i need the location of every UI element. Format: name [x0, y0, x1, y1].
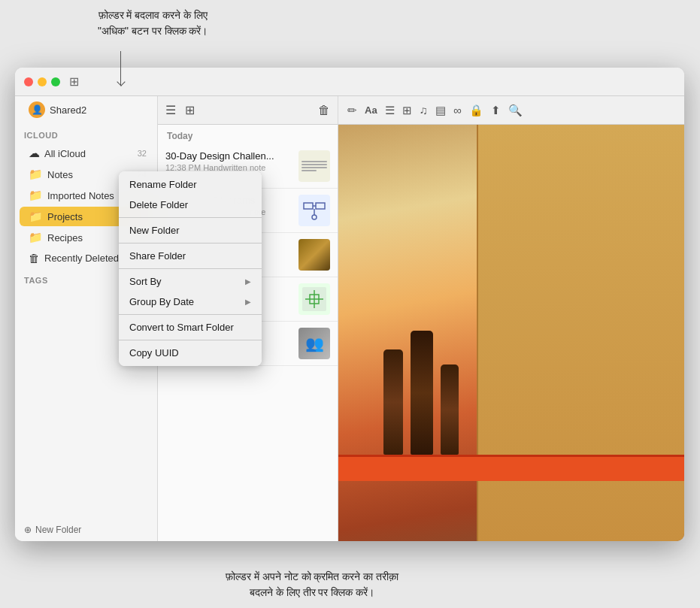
- menu-separator-4: [119, 314, 262, 315]
- menu-item-rename-folder[interactable]: Rename Folder: [119, 174, 262, 195]
- grid-view-icon[interactable]: ⊞: [185, 103, 195, 117]
- sidebar-recipes-label: Recipes: [47, 232, 83, 244]
- bottles-group: [383, 331, 459, 455]
- menu-item-group-by-date[interactable]: Group By Date ▶: [119, 292, 262, 312]
- note-thumb-3: [298, 239, 330, 271]
- bottle-2: [411, 331, 433, 455]
- detail-toolbar: ✏ Aa ☰ ⊞ ♫ ▤ ∞ 🔒 ⬆ 🔍: [338, 96, 684, 125]
- content-area: 👤 Shared 2 iCloud ☁ All iCloud 32 📁 Note…: [15, 96, 684, 541]
- note-thumb-4: [298, 283, 330, 315]
- bottle-3: [441, 364, 459, 455]
- sidebar-recently-deleted-label: Recently Deleted: [44, 253, 119, 264]
- context-menu: Rename Folder Delete Folder New Folder S…: [119, 171, 262, 366]
- sidebar-projects-label: Projects: [47, 211, 83, 222]
- close-button[interactable]: [24, 77, 33, 86]
- new-folder-button[interactable]: ⊕ New Folder: [15, 519, 157, 541]
- menu-item-sort-by[interactable]: Sort By ▶: [119, 271, 262, 292]
- sidebar-item-shared[interactable]: 👤 Shared 2: [20, 97, 153, 123]
- note-thumb-5: 👥: [298, 328, 330, 359]
- shelf: [338, 455, 684, 481]
- share-icon[interactable]: ⬆: [491, 104, 501, 117]
- notes-folder-icon: 📁: [29, 168, 43, 181]
- detail-image: [338, 125, 684, 541]
- minimize-button[interactable]: [38, 77, 47, 86]
- notes-date-header: Today: [158, 125, 338, 144]
- annotation-bottom: फ़ोल्डर में अपने नोट को क्रमित करने का त…: [226, 569, 398, 600]
- menu-item-convert-smart[interactable]: Convert to Smart Folder: [119, 317, 262, 337]
- traffic-lights: [24, 77, 60, 86]
- sidebar-toggle-icon[interactable]: ⊞: [69, 74, 79, 89]
- new-folder-label: New Folder: [35, 525, 81, 535]
- shared-person-icon: 👤: [29, 101, 45, 118]
- recipes-folder-icon: 📁: [29, 231, 43, 244]
- sort-by-chevron-icon: ▶: [245, 277, 251, 286]
- menu-separator-3: [119, 268, 262, 269]
- lock-icon[interactable]: 🔒: [469, 104, 483, 117]
- sidebar-item-all-icloud[interactable]: ☁ All iCloud 32: [20, 144, 153, 163]
- sidebar-imported-label: Imported Notes: [47, 190, 114, 201]
- note-detail: ✏ Aa ☰ ⊞ ♫ ▤ ∞ 🔒 ⬆ 🔍: [338, 96, 684, 541]
- audio-icon[interactable]: ♫: [420, 104, 428, 116]
- imported-notes-icon: 📁: [29, 189, 43, 202]
- menu-item-delete-folder[interactable]: Delete Folder: [119, 195, 262, 215]
- format-icon[interactable]: Aa: [365, 104, 377, 116]
- annotation-top: फ़ोल्डर में बदलाव करने के लिए "अधिक" बटन…: [98, 8, 208, 39]
- annotation-arrow-line: [120, 51, 121, 85]
- all-icloud-icon: ☁: [29, 147, 40, 160]
- photo-icon[interactable]: ▤: [435, 104, 446, 117]
- sidebar-shared-count: 2: [81, 104, 86, 116]
- svg-point-4: [312, 215, 317, 219]
- menu-separator-5: [119, 340, 262, 340]
- note-info-1: 30-Day Design Challen... 12:38 PM Handwr…: [165, 150, 292, 172]
- menu-separator-1: [119, 217, 262, 218]
- sidebar-all-icloud-count: 32: [138, 149, 147, 158]
- sidebar-notes-label: Notes: [47, 169, 73, 180]
- list-view-icon[interactable]: ☰: [165, 103, 176, 117]
- table-icon[interactable]: ⊞: [402, 104, 412, 117]
- checklist-icon[interactable]: ☰: [385, 104, 395, 117]
- note-thumb-2: [298, 195, 330, 226]
- menu-item-new-folder[interactable]: New Folder: [119, 220, 262, 240]
- trash-icon[interactable]: 🗑: [318, 104, 330, 117]
- bottle-1: [383, 349, 403, 455]
- link-icon[interactable]: ∞: [453, 104, 462, 116]
- svg-rect-0: [304, 203, 313, 209]
- menu-item-copy-uuid[interactable]: Copy UUID: [119, 343, 262, 363]
- recently-deleted-icon: 🗑: [29, 252, 40, 265]
- svg-rect-1: [316, 203, 325, 209]
- note-title-1: 30-Day Design Challen...: [165, 150, 292, 162]
- notes-toolbar: ☰ ⊞ 🗑: [158, 96, 338, 125]
- search-icon[interactable]: 🔍: [508, 104, 523, 117]
- menu-item-share-folder[interactable]: Share Folder: [119, 246, 262, 266]
- maximize-button[interactable]: [51, 77, 60, 86]
- sidebar-icloud-header: iCloud: [15, 123, 157, 143]
- sidebar-shared-label: Shared: [50, 104, 81, 116]
- note-thumb-1: [298, 150, 330, 182]
- new-note-icon[interactable]: ✏: [347, 104, 357, 117]
- menu-separator-2: [119, 243, 262, 244]
- sidebar-all-icloud-label: All iCloud: [44, 148, 86, 159]
- projects-folder-icon: 📁: [29, 210, 43, 223]
- group-by-date-chevron-icon: ▶: [245, 298, 251, 306]
- main-window: ⊞ 👤 Shared 2 iCloud ☁ All iCloud 32 📁 No…: [15, 68, 684, 541]
- new-folder-plus-icon: ⊕: [24, 525, 32, 535]
- titlebar: ⊞: [15, 68, 684, 96]
